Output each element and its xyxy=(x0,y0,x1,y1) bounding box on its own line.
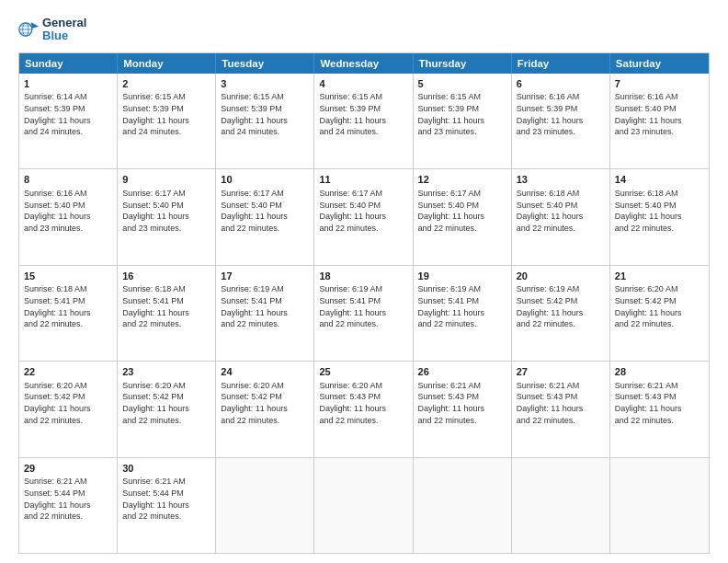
cell-info: Sunrise: 6:21 AMSunset: 5:44 PMDaylight:… xyxy=(122,476,210,522)
calendar-cell: 18Sunrise: 6:19 AMSunset: 5:41 PMDayligh… xyxy=(314,266,413,361)
cell-info: Sunrise: 6:18 AMSunset: 5:41 PMDaylight:… xyxy=(24,283,112,329)
cell-info: Sunrise: 6:17 AMSunset: 5:40 PMDaylight:… xyxy=(221,188,309,234)
cell-info: Sunrise: 6:14 AMSunset: 5:39 PMDaylight:… xyxy=(24,91,112,137)
day-number: 8 xyxy=(24,173,112,187)
calendar-cell: 14Sunrise: 6:18 AMSunset: 5:40 PMDayligh… xyxy=(610,169,709,264)
cell-info: Sunrise: 6:17 AMSunset: 5:40 PMDaylight:… xyxy=(418,188,506,234)
day-number: 18 xyxy=(319,270,407,283)
cell-info: Sunrise: 6:18 AMSunset: 5:41 PMDaylight:… xyxy=(122,283,210,329)
calendar-cell: 24Sunrise: 6:20 AMSunset: 5:42 PMDayligh… xyxy=(216,362,314,456)
day-number: 27 xyxy=(517,365,605,379)
day-number: 20 xyxy=(517,270,605,283)
calendar-cell xyxy=(610,458,709,553)
calendar-header-day: Wednesday xyxy=(314,53,413,74)
cell-info: Sunrise: 6:20 AMSunset: 5:42 PMDaylight:… xyxy=(221,380,309,426)
day-number: 23 xyxy=(122,365,210,379)
day-number: 12 xyxy=(418,173,506,187)
calendar-cell: 26Sunrise: 6:21 AMSunset: 5:43 PMDayligh… xyxy=(414,362,512,456)
logo-line1: General xyxy=(42,17,86,29)
calendar-cell: 1Sunrise: 6:14 AMSunset: 5:39 PMDaylight… xyxy=(19,74,118,168)
calendar-cell xyxy=(414,458,512,553)
calendar-body: 1Sunrise: 6:14 AMSunset: 5:39 PMDaylight… xyxy=(19,74,709,553)
calendar-cell: 20Sunrise: 6:19 AMSunset: 5:42 PMDayligh… xyxy=(512,266,610,361)
calendar-cell xyxy=(314,458,413,553)
cell-info: Sunrise: 6:21 AMSunset: 5:43 PMDaylight:… xyxy=(615,380,704,426)
calendar-cell: 16Sunrise: 6:18 AMSunset: 5:41 PMDayligh… xyxy=(118,266,216,361)
calendar-cell: 11Sunrise: 6:17 AMSunset: 5:40 PMDayligh… xyxy=(314,169,413,264)
cell-info: Sunrise: 6:21 AMSunset: 5:43 PMDaylight:… xyxy=(418,380,506,426)
calendar-cell: 17Sunrise: 6:19 AMSunset: 5:41 PMDayligh… xyxy=(216,266,314,361)
calendar-cell: 9Sunrise: 6:17 AMSunset: 5:40 PMDaylight… xyxy=(118,169,216,264)
cell-info: Sunrise: 6:15 AMSunset: 5:39 PMDaylight:… xyxy=(319,91,407,137)
calendar-cell: 12Sunrise: 6:17 AMSunset: 5:40 PMDayligh… xyxy=(414,169,512,264)
calendar-cell: 10Sunrise: 6:17 AMSunset: 5:40 PMDayligh… xyxy=(216,169,314,264)
logo: General Blue xyxy=(18,17,86,43)
calendar-cell: 5Sunrise: 6:15 AMSunset: 5:39 PMDaylight… xyxy=(414,74,512,168)
day-number: 5 xyxy=(418,77,506,91)
calendar-header: SundayMondayTuesdayWednesdayThursdayFrid… xyxy=(19,53,709,74)
day-number: 17 xyxy=(221,270,309,283)
calendar-cell: 13Sunrise: 6:18 AMSunset: 5:40 PMDayligh… xyxy=(512,169,610,264)
cell-info: Sunrise: 6:18 AMSunset: 5:40 PMDaylight:… xyxy=(615,188,704,234)
calendar-header-day: Saturday xyxy=(610,53,709,74)
calendar-cell: 27Sunrise: 6:21 AMSunset: 5:43 PMDayligh… xyxy=(512,362,610,456)
day-number: 3 xyxy=(221,77,309,91)
cell-info: Sunrise: 6:19 AMSunset: 5:41 PMDaylight:… xyxy=(319,283,407,329)
cell-info: Sunrise: 6:21 AMSunset: 5:43 PMDaylight:… xyxy=(517,380,605,426)
cell-info: Sunrise: 6:15 AMSunset: 5:39 PMDaylight:… xyxy=(221,91,309,137)
cell-info: Sunrise: 6:19 AMSunset: 5:41 PMDaylight:… xyxy=(221,283,309,329)
calendar-week-row: 22Sunrise: 6:20 AMSunset: 5:42 PMDayligh… xyxy=(19,361,709,456)
calendar-cell: 19Sunrise: 6:19 AMSunset: 5:41 PMDayligh… xyxy=(414,266,512,361)
cell-info: Sunrise: 6:20 AMSunset: 5:43 PMDaylight:… xyxy=(319,380,407,426)
calendar-header-day: Sunday xyxy=(19,53,118,74)
calendar-cell: 29Sunrise: 6:21 AMSunset: 5:44 PMDayligh… xyxy=(19,458,118,553)
cell-info: Sunrise: 6:19 AMSunset: 5:42 PMDaylight:… xyxy=(517,283,605,329)
calendar-cell: 30Sunrise: 6:21 AMSunset: 5:44 PMDayligh… xyxy=(118,458,216,553)
calendar-cell: 4Sunrise: 6:15 AMSunset: 5:39 PMDaylight… xyxy=(314,74,413,168)
day-number: 24 xyxy=(221,365,309,379)
calendar-cell: 2Sunrise: 6:15 AMSunset: 5:39 PMDaylight… xyxy=(118,74,216,168)
calendar-cell: 15Sunrise: 6:18 AMSunset: 5:41 PMDayligh… xyxy=(19,266,118,361)
logo-line2: Blue xyxy=(42,29,86,42)
day-number: 9 xyxy=(122,173,210,187)
calendar-cell: 8Sunrise: 6:16 AMSunset: 5:40 PMDaylight… xyxy=(19,169,118,264)
cell-info: Sunrise: 6:17 AMSunset: 5:40 PMDaylight:… xyxy=(319,188,407,234)
calendar-cell: 3Sunrise: 6:15 AMSunset: 5:39 PMDaylight… xyxy=(216,74,314,168)
day-number: 7 xyxy=(615,77,704,91)
calendar-cell: 25Sunrise: 6:20 AMSunset: 5:43 PMDayligh… xyxy=(314,362,413,456)
day-number: 16 xyxy=(122,270,210,283)
cell-info: Sunrise: 6:17 AMSunset: 5:40 PMDaylight:… xyxy=(122,188,210,234)
cell-info: Sunrise: 6:20 AMSunset: 5:42 PMDaylight:… xyxy=(615,283,704,329)
cell-info: Sunrise: 6:20 AMSunset: 5:42 PMDaylight:… xyxy=(122,380,210,426)
calendar-cell: 7Sunrise: 6:16 AMSunset: 5:40 PMDaylight… xyxy=(610,74,709,168)
calendar-header-day: Monday xyxy=(118,53,216,74)
day-number: 4 xyxy=(319,77,407,91)
cell-info: Sunrise: 6:15 AMSunset: 5:39 PMDaylight:… xyxy=(418,91,506,137)
calendar-cell xyxy=(512,458,610,553)
cell-info: Sunrise: 6:16 AMSunset: 5:40 PMDaylight:… xyxy=(24,188,112,234)
calendar-week-row: 1Sunrise: 6:14 AMSunset: 5:39 PMDaylight… xyxy=(19,74,709,168)
calendar-header-day: Tuesday xyxy=(216,53,314,74)
day-number: 2 xyxy=(122,77,210,91)
day-number: 15 xyxy=(24,270,112,283)
calendar: SundayMondayTuesdayWednesdayThursdayFrid… xyxy=(18,52,710,554)
day-number: 13 xyxy=(517,173,605,187)
logo-icon xyxy=(18,19,39,40)
day-number: 30 xyxy=(122,462,210,476)
day-number: 26 xyxy=(418,365,506,379)
day-number: 10 xyxy=(221,173,309,187)
day-number: 14 xyxy=(615,173,704,187)
calendar-header-day: Friday xyxy=(512,53,610,74)
cell-info: Sunrise: 6:19 AMSunset: 5:41 PMDaylight:… xyxy=(418,283,506,329)
day-number: 21 xyxy=(615,270,704,283)
cell-info: Sunrise: 6:21 AMSunset: 5:44 PMDaylight:… xyxy=(24,476,112,522)
day-number: 11 xyxy=(319,173,407,187)
calendar-week-row: 8Sunrise: 6:16 AMSunset: 5:40 PMDaylight… xyxy=(19,168,709,264)
cell-info: Sunrise: 6:20 AMSunset: 5:42 PMDaylight:… xyxy=(24,380,112,426)
cell-info: Sunrise: 6:16 AMSunset: 5:40 PMDaylight:… xyxy=(615,91,704,137)
cell-info: Sunrise: 6:15 AMSunset: 5:39 PMDaylight:… xyxy=(122,91,210,137)
day-number: 6 xyxy=(517,77,605,91)
day-number: 19 xyxy=(418,270,506,283)
cell-info: Sunrise: 6:18 AMSunset: 5:40 PMDaylight:… xyxy=(517,188,605,234)
calendar-cell: 21Sunrise: 6:20 AMSunset: 5:42 PMDayligh… xyxy=(610,266,709,361)
